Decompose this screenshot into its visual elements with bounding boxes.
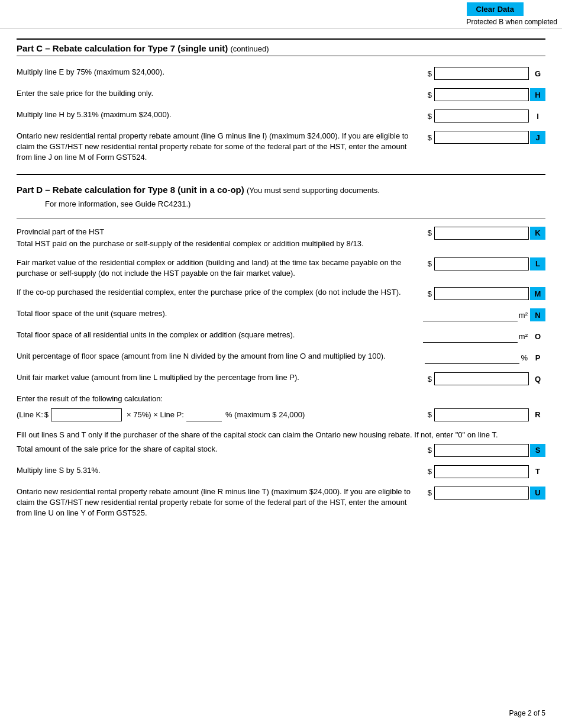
row-R-calc-dollar: $ [44,410,49,419]
row-N: Total floor space of the unit (square me… [17,308,545,321]
row-K-input-area: $ K [428,227,545,240]
row-M-line-label: M [530,287,545,300]
row-K-line-label: K [530,227,545,240]
row-I-dollar: $ [428,112,432,121]
row-M-dollar: $ [428,289,432,298]
part-d-title: Part D – Rebate calculation for Type 8 (… [17,181,545,197]
row-G-line-label: G [530,67,545,80]
row-R-calc-mid: × 75%) × Line P: [127,410,184,419]
row-H-label: Enter the sale price for the building on… [17,88,428,99]
row-H-line-label: H [530,88,545,101]
row-R-calc-label: (Line K: [17,410,43,419]
row-U-input[interactable] [434,487,529,500]
row-O-unit: m² [519,332,528,341]
row-Q-line-label: Q [530,372,545,385]
row-I: Multiply line H by 5.31% (maximum $24,00… [17,109,545,123]
row-L-dollar: $ [428,259,432,268]
row-H-input[interactable] [434,88,529,101]
row-K: Provincial part of the HST Total HST pai… [17,227,545,249]
row-K-label-line1: Provincial part of the HST [17,227,421,237]
row-T-line-label: T [530,465,545,478]
row-S-input[interactable] [434,444,529,457]
row-L-input[interactable] [434,257,529,270]
row-H-input-area: $ H [428,88,545,101]
part-d-divider [17,174,545,175]
main-content: Part C – Rebate calculation for Type 7 (… [0,29,562,539]
row-T-label: Multiply line S by 5.31%. [17,465,428,476]
row-M: If the co-op purchased the residential c… [17,287,545,300]
row-L-line-label: L [530,257,545,270]
row-Q-input[interactable] [434,372,529,385]
row-R-container: Enter the result of the following calcul… [17,394,545,421]
row-Q-dollar: $ [428,375,432,384]
page-number: Page 2 of 5 [509,709,545,717]
row-J-input[interactable] [434,131,529,144]
row-G-input[interactable] [434,67,529,80]
row-S-label: Total amount of the sale price for the s… [17,444,428,455]
row-U-line-label: U [530,487,545,500]
part-d-underline [17,218,545,218]
row-T: Multiply line S by 5.31%. $ T [17,465,545,478]
clear-data-button[interactable]: Clear Data [467,2,524,16]
row-P-input[interactable] [425,351,519,364]
row-O-label: Total floor space of all residential uni… [17,330,423,340]
row-L: Fair market value of the residential com… [17,257,545,279]
row-S-container: Fill out lines S and T only if the purch… [17,430,545,457]
row-J: Ontario new residential rental property … [17,131,545,163]
row-S-input-area: $ S [428,444,545,457]
row-N-line-label: N [530,308,545,321]
row-M-input[interactable] [434,287,529,300]
row-U-label: Ontario new residential rental property … [17,487,428,519]
part-d-guide-note: For more information, see Guide RC4231.) [17,199,545,208]
row-K-input[interactable] [434,227,529,240]
row-R-input[interactable] [434,408,529,421]
row-H: Enter the sale price for the building on… [17,88,545,101]
row-R-calc-input-K[interactable] [51,408,122,421]
row-Q-label: Unit fair market value (amount from line… [17,372,428,383]
row-I-input[interactable] [434,109,529,123]
row-P-unit: % [521,353,528,362]
header: Clear Data Protected B when completed [0,0,562,29]
row-P: Unit percentage of floor space (amount f… [17,351,545,364]
row-P-line-label: P [530,351,545,364]
row-T-dollar: $ [428,467,432,476]
row-M-input-area: $ M [428,287,545,300]
row-R-enter-label: Enter the result of the following calcul… [17,394,545,404]
row-L-label: Fair market value of the residential com… [17,257,428,279]
part-c-title: Part C – Rebate calculation for Type 7 (… [17,38,545,56]
row-N-label: Total floor space of the unit (square me… [17,308,423,319]
row-T-input-area: $ T [428,465,545,478]
row-U-dollar: $ [428,488,432,497]
row-G: Multiply line E by 75% (maximum $24,000)… [17,67,545,80]
row-G-label: Multiply line E by 75% (maximum $24,000)… [17,67,428,78]
part-d-supporting-note: (You must send supporting documents. [247,186,380,195]
row-K-dollar: $ [428,228,432,237]
row-O-input[interactable] [423,330,518,343]
part-c-continued: (continued) [230,44,269,53]
row-J-dollar: $ [428,133,432,142]
row-K-label: Provincial part of the HST Total HST pai… [17,227,428,249]
row-I-line-label: I [530,109,545,123]
row-H-dollar: $ [428,91,432,99]
row-Q-input-area: $ Q [428,372,545,385]
row-R-dollar: $ [428,410,432,419]
row-N-input[interactable] [423,308,518,321]
part-d-title-text: Part D – Rebate calculation for Type 8 (… [17,185,244,195]
row-R-calc: (Line K: $ × 75%) × Line P: % (maximum $… [17,408,545,421]
row-Q: Unit fair market value (amount from line… [17,372,545,385]
row-J-input-area: $ J [428,131,545,144]
row-R-calc-end: % (maximum $ 24,000) [225,410,421,419]
row-T-input[interactable] [434,465,529,478]
row-R-line-label: R [530,408,545,421]
row-S-line-label: S [530,444,545,457]
row-O-input-area: m² O [423,330,545,343]
row-J-line-label: J [530,131,545,144]
row-L-input-area: $ L [428,257,545,270]
row-N-unit: m² [519,311,528,320]
row-N-input-area: m² N [423,308,545,321]
row-R-calc-input-P[interactable] [186,408,222,421]
row-J-label: Ontario new residential rental property … [17,131,428,163]
part-c-title-text: Part C – Rebate calculation for Type 7 (… [17,43,228,53]
row-U: Ontario new residential rental property … [17,487,545,519]
row-U-input-area: $ U [428,487,545,500]
